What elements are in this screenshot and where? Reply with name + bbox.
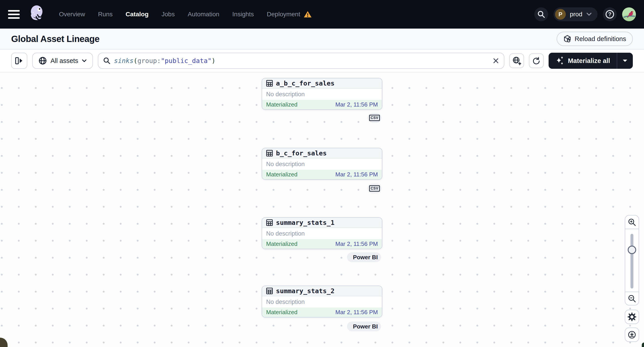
primary-nav: Overview Runs Catalog Jobs Automation In…: [59, 11, 312, 18]
lineage-toolbar: All assets sinks(group:"public_data") Ma…: [0, 49, 644, 72]
asset-description: No description: [266, 230, 305, 237]
chevron-down-icon: [586, 12, 592, 16]
page-header: Global Asset Lineage Reload definitions: [0, 28, 644, 49]
page-title: Global Asset Lineage: [11, 34, 100, 44]
status-badge: Materialized: [266, 309, 298, 316]
zoom-out-icon: [628, 295, 636, 303]
nav-item-deployment[interactable]: Deployment: [267, 11, 312, 18]
globe-icon: [38, 56, 47, 65]
asset-selection-input[interactable]: sinks(group:"public_data"): [98, 53, 504, 69]
download-image-button[interactable]: [625, 328, 639, 342]
reload-definitions-button[interactable]: Reload definitions: [557, 32, 633, 46]
nav-item-automation[interactable]: Automation: [188, 11, 220, 18]
status-badge: Materialized: [266, 241, 298, 247]
warning-icon: [304, 11, 312, 18]
asset-scope-dropdown[interactable]: All assets: [32, 53, 93, 69]
graph-settings-button[interactable]: [625, 310, 639, 324]
refresh-icon: [532, 56, 540, 65]
zoom-out-button[interactable]: [625, 292, 639, 305]
menu-icon[interactable]: [8, 8, 21, 21]
materialize-all-button[interactable]: Materialize all: [548, 53, 617, 69]
search-icon: [103, 57, 110, 64]
materialization-timestamp: Mar 2, 11:56 PM: [336, 241, 378, 247]
zoom-slider-track[interactable]: [630, 234, 634, 289]
zoom-slider-handle[interactable]: [628, 246, 636, 254]
asset-node-a-b-c-for-sales[interactable]: a_b_c_for_sales No description Materiali…: [262, 78, 382, 110]
panel-open-icon: [15, 57, 23, 64]
power-bi-label: Power BI: [353, 323, 378, 330]
globe-plus-icon: [512, 56, 521, 65]
asset-name: a_b_c_for_sales: [276, 79, 334, 87]
power-bi-label: Power BI: [353, 254, 378, 261]
table-icon: [266, 219, 273, 226]
asset-selection-query: sinks(group:"public_data"): [114, 57, 216, 64]
materialize-options-button[interactable]: [617, 53, 633, 69]
asset-scope-label: All assets: [50, 57, 78, 64]
nav-item-runs[interactable]: Runs: [98, 11, 112, 18]
status-badge: Materialized: [266, 171, 298, 178]
asset-name: summary_stats_1: [276, 219, 334, 226]
csv-tag[interactable]: CSV: [368, 113, 382, 123]
clear-search-icon[interactable]: [493, 58, 499, 64]
caret-down-icon: [622, 59, 628, 62]
user-avatar[interactable]: [622, 7, 636, 21]
materialization-timestamp: Mar 2, 11:56 PM: [336, 171, 378, 178]
nav-item-insights[interactable]: Insights: [232, 11, 254, 18]
refresh-button[interactable]: [529, 53, 544, 68]
table-icon: [266, 288, 273, 294]
search-icon[interactable]: [534, 7, 548, 21]
chevron-down-icon: [82, 59, 87, 62]
materialization-timestamp: Mar 2, 11:56 PM: [336, 309, 378, 316]
environment-name: prod: [570, 11, 582, 18]
asset-description: No description: [266, 91, 305, 98]
zoom-in-icon: [628, 218, 636, 226]
asset-node-summary-stats-2[interactable]: summary_stats_2 No description Materiali…: [262, 286, 382, 318]
reload-code-location-icon: [563, 35, 572, 43]
nav-item-overview[interactable]: Overview: [59, 11, 85, 18]
gear-icon: [628, 313, 636, 321]
nav-item-jobs[interactable]: Jobs: [162, 11, 175, 18]
asset-node-b-c-for-sales[interactable]: b_c_for_sales No description Materialize…: [262, 148, 382, 180]
dagster-logo-icon[interactable]: [28, 5, 45, 24]
status-badge: Materialized: [266, 101, 298, 108]
bottom-left-panel-corner: [0, 338, 8, 347]
download-icon: [628, 331, 636, 339]
nav-item-catalog[interactable]: Catalog: [126, 11, 148, 18]
csv-icon: CSV: [369, 185, 380, 192]
table-icon: [266, 150, 273, 157]
asset-description: No description: [266, 161, 305, 168]
top-nav: Overview Runs Catalog Jobs Automation In…: [0, 0, 644, 28]
power-bi-tag[interactable]: Power BI: [347, 252, 381, 262]
topnav-right-cluster: P prod ?: [534, 7, 636, 21]
materialization-timestamp: Mar 2, 11:56 PM: [336, 101, 378, 108]
asset-description: No description: [266, 299, 305, 306]
svg-text:?: ?: [608, 11, 612, 17]
csv-tag[interactable]: CSV: [368, 184, 382, 193]
asset-node-summary-stats-1[interactable]: summary_stats_1 No description Materiali…: [262, 217, 382, 249]
lineage-canvas[interactable]: a_b_c_for_sales No description Materiali…: [0, 72, 644, 347]
bottom-right-panel-corner: [642, 343, 644, 347]
asset-name: summary_stats_2: [276, 287, 334, 295]
sparkle-icon: [555, 56, 564, 66]
power-bi-tag[interactable]: Power BI: [347, 322, 381, 331]
csv-icon: CSV: [369, 115, 380, 121]
help-icon[interactable]: ?: [603, 7, 617, 21]
zoom-panel: [625, 215, 639, 306]
environment-avatar: P: [555, 9, 566, 20]
table-icon: [266, 80, 273, 87]
environment-switcher[interactable]: P prod: [554, 7, 598, 21]
asset-name: b_c_for_sales: [276, 149, 327, 157]
zoom-in-button[interactable]: [625, 216, 639, 229]
view-graph-as-groups-button[interactable]: [509, 53, 524, 68]
toggle-sidebar-button[interactable]: [11, 53, 27, 69]
materialize-all-split-button: Materialize all: [548, 53, 633, 69]
